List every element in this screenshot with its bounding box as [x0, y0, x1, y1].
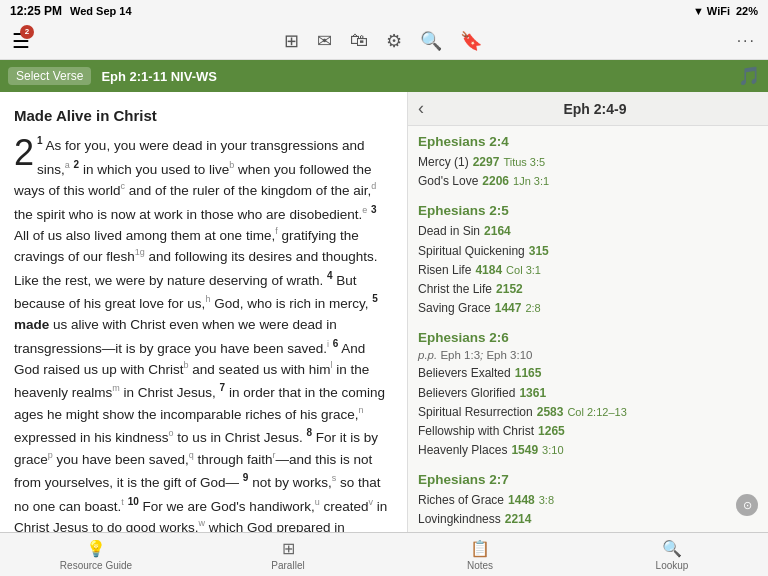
verse-2-num: 2 — [74, 159, 80, 170]
notes-icon: 📋 — [470, 539, 490, 558]
more-icon[interactable]: ··· — [737, 32, 756, 50]
ref-section-eph25: Ephesians 2:5 Dead in Sin 2164 Spiritual… — [418, 203, 758, 318]
ref-item: Spiritual Quickening 315 — [418, 242, 758, 261]
nav-badge: 2 — [20, 25, 34, 39]
bookmark-icon[interactable]: 🔖 — [460, 30, 482, 52]
ref-item: Riches of Grace 1448 3:8 — [418, 491, 758, 510]
ref-item: Believers Glorified 1361 — [418, 384, 758, 403]
ref-item: Fellowship with Christ 1265 — [418, 422, 758, 441]
library-icon[interactable]: ⊞ — [284, 30, 299, 52]
ref-header: ‹ Eph 2:4-9 — [408, 92, 768, 126]
ref-title: Eph 2:4-9 — [432, 101, 758, 117]
ref-section-eph27: Ephesians 2:7 Riches of Grace 1448 3:8 L… — [418, 472, 758, 529]
battery-icon: 22% — [736, 5, 758, 17]
cart-icon[interactable]: 🛍 — [350, 30, 368, 51]
ref-heading-eph26: Ephesians 2:6 — [418, 330, 758, 345]
verse-10-num: 10 — [128, 496, 139, 507]
top-nav: ☰ 2 ⊞ ✉ 🛍 ⚙ 🔍 🔖 ··· — [0, 22, 768, 60]
ref-panel: ‹ Eph 2:4-9 Ephesians 2:4 Mercy (1) 2297… — [408, 92, 768, 532]
search-icon[interactable]: 🔍 — [420, 30, 442, 52]
verse-9-num: 9 — [243, 472, 249, 483]
settings-icon[interactable]: ⚙ — [386, 30, 402, 52]
nav-icons: ⊞ ✉ 🛍 ⚙ 🔍 🔖 — [284, 30, 482, 52]
tab-notes-label: Notes — [467, 560, 493, 571]
scroll-indicator[interactable]: ⊙ — [736, 494, 758, 516]
ref-section-eph24: Ephesians 2:4 Mercy (1) 2297 Titus 3:5 G… — [418, 134, 758, 191]
verse-3-num: 3 — [371, 204, 377, 215]
ref-item: Believers Exalted 1165 — [418, 364, 758, 383]
ref-item: Christ the Life 2152 — [418, 280, 758, 299]
ref-heading-eph25: Ephesians 2:5 — [418, 203, 758, 218]
ref-item: Heavenly Places 1549 3:10 — [418, 441, 758, 460]
select-verse-button[interactable]: Select Verse — [8, 67, 91, 85]
ref-item: Spiritual Resurrection 2583 Col 2:12–13 — [418, 403, 758, 422]
main-area: Made Alive in Christ 2 1 As for you, you… — [0, 92, 768, 532]
bible-panel: Made Alive in Christ 2 1 As for you, you… — [0, 92, 408, 532]
tab-resource-guide[interactable]: 💡 Resource Guide — [0, 533, 192, 576]
ref-item: Lovingkindness 2214 — [418, 510, 758, 529]
tab-lookup[interactable]: 🔍 Lookup — [576, 533, 768, 576]
ref-content: Ephesians 2:4 Mercy (1) 2297 Titus 3:5 G… — [408, 126, 768, 532]
ref-section-eph26: Ephesians 2:6 p.p. Eph 1:3; Eph 3:10 Bel… — [418, 330, 758, 460]
toolbar-right-icon[interactable]: 🎵 — [738, 65, 760, 87]
resource-guide-icon: 💡 — [86, 539, 106, 558]
ref-heading-eph27: Ephesians 2:7 — [418, 472, 758, 487]
parallel-icon: ⊞ — [282, 539, 295, 558]
lookup-icon: 🔍 — [662, 539, 682, 558]
tab-resource-guide-label: Resource Guide — [60, 560, 132, 571]
ref-item: Saving Grace 1447 2:8 — [418, 299, 758, 318]
verse-7-num: 7 — [220, 382, 226, 393]
ref-sub-eph26: p.p. Eph 1:3; Eph 3:10 — [418, 349, 758, 361]
chapter-number: 2 — [14, 135, 34, 171]
back-button[interactable]: ‹ — [418, 98, 424, 119]
section-title-1: Made Alive in Christ — [14, 104, 393, 127]
tab-parallel-label: Parallel — [271, 560, 304, 571]
green-toolbar: Select Verse Eph 2:1-11 NIV-WS 🎵 — [0, 60, 768, 92]
status-bar: 12:25 PM Wed Sep 14 ▼ WiFi 22% — [0, 0, 768, 22]
verse-4-num: 4 — [327, 270, 333, 281]
bible-text: 2 1 As for you, you were dead in your tr… — [14, 133, 393, 532]
ref-heading-eph24: Ephesians 2:4 — [418, 134, 758, 149]
verse-5-num: 5 — [372, 293, 378, 304]
tab-lookup-label: Lookup — [656, 560, 689, 571]
ref-item: Dead in Sin 2164 — [418, 222, 758, 241]
verse-1-num: 1 — [37, 135, 43, 146]
tab-notes[interactable]: 📋 Notes — [384, 533, 576, 576]
ref-item: God's Love 2206 1Jn 3:1 — [418, 172, 758, 191]
bottom-tabs: 💡 Resource Guide ⊞ Parallel 📋 Notes 🔍 Lo… — [0, 532, 768, 576]
verse-8-num: 8 — [306, 427, 312, 438]
hamburger-button[interactable]: ☰ 2 — [12, 29, 30, 53]
passage-label: Eph 2:1-11 NIV-WS — [101, 69, 217, 84]
ref-item: Risen Life 4184 Col 3:1 — [418, 261, 758, 280]
ref-item: Mercy (1) 2297 Titus 3:5 — [418, 153, 758, 172]
tab-parallel[interactable]: ⊞ Parallel — [192, 533, 384, 576]
status-date: Wed Sep 14 — [70, 5, 132, 17]
wifi-icon: ▼ WiFi — [693, 5, 730, 17]
status-time: 12:25 PM — [10, 4, 62, 18]
verse-6-num: 6 — [333, 338, 339, 349]
inbox-icon[interactable]: ✉ — [317, 30, 332, 52]
